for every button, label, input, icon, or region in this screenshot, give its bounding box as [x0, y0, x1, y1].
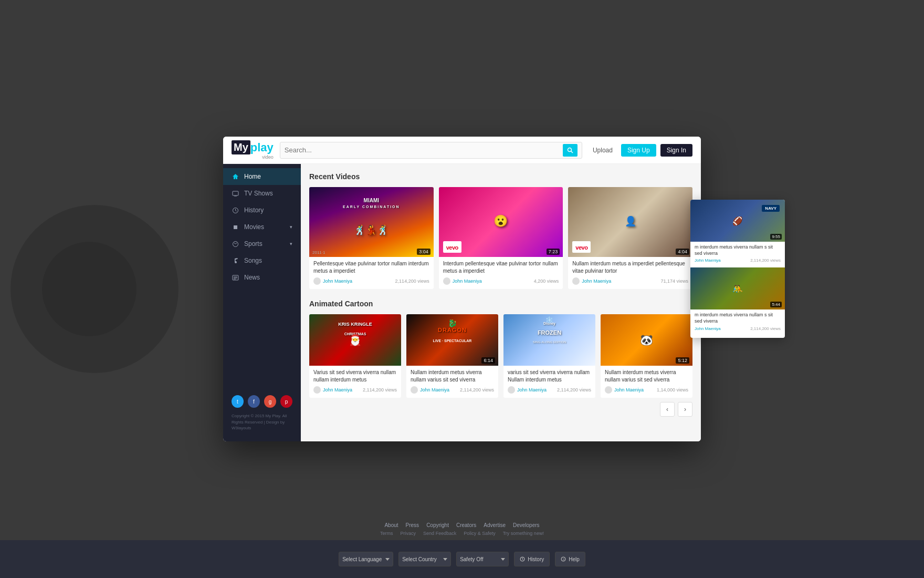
svg-text:?: ?: [563, 558, 565, 561]
video-meta-rv3: John Maeniya 71,174 views: [572, 277, 688, 285]
video-info-ac3: varius sit sed viverra viverra nullam Nu…: [503, 366, 595, 398]
thumb-subtext-ac2: LIVE · SPECTACULAR: [433, 339, 472, 343]
video-duration-rv1: 3:04: [417, 249, 430, 255]
pinterest-icon[interactable]: p: [280, 395, 292, 408]
thumb-text-ac3: FROZEN: [538, 329, 561, 336]
author-name-ac3[interactable]: John Maeniya: [517, 387, 547, 393]
sidebar-item-home[interactable]: Home: [223, 168, 301, 185]
sidebar-item-movies[interactable]: Movies ▾: [223, 219, 301, 235]
footer-link-new[interactable]: Try something new!: [503, 531, 544, 536]
video-card-rv1[interactable]: MIAMIEARLY COMBINATION 🕺💃🕺 2011·1 3:04 P…: [309, 187, 434, 289]
view-count-rv2: 4,200 views: [534, 278, 559, 284]
carousel-next-button[interactable]: ›: [678, 402, 692, 417]
sidebar-item-news-label: News: [244, 274, 260, 281]
songs-icon: [232, 257, 239, 264]
view-count-ac3: 2,114,200 views: [557, 387, 591, 393]
author-name-ac4[interactable]: John Maeniya: [614, 387, 644, 393]
search-button[interactable]: [563, 144, 578, 157]
video-card-ac4[interactable]: 🐼 5:12 Nullam interdum metus viverra nul…: [601, 314, 692, 398]
googleplus-icon[interactable]: g: [264, 395, 276, 408]
peek-thumb-2: 🤼 5:44: [690, 267, 785, 309]
peek-title-2: m interdum metus viverra nullam s sit se…: [695, 312, 781, 324]
footer-link-policy[interactable]: Policy & Safety: [464, 531, 496, 536]
header-actions: Upload Sign Up Sign In: [589, 144, 692, 157]
author-name-rv2[interactable]: John Maeniya: [453, 278, 482, 284]
carousel-prev-button[interactable]: ‹: [660, 402, 675, 417]
peek-title-1: m interdum metus viverra nullam s sit se…: [695, 244, 781, 256]
peek-duration-1: 9:55: [770, 234, 782, 240]
video-info-ac1: Varius sit sed viverra viverra nullam nu…: [309, 366, 401, 398]
video-title-rv1: Pellentesque vitae pulvinar tortor nulla…: [313, 260, 429, 275]
sidebar-item-news[interactable]: News: [223, 269, 301, 286]
sidebar-item-tvshows[interactable]: TV Shows: [223, 185, 301, 202]
peek-author-1[interactable]: John Maeniya: [695, 258, 721, 263]
thumb-icon-ac4: 🐼: [640, 334, 653, 346]
sidebar-item-tvshows-label: TV Shows: [244, 190, 273, 197]
video-thumb-ac1: KRIS KRINGLE CHRISTMAS 🎅: [309, 314, 401, 366]
peek-info-1: m interdum metus viverra nullam s sit se…: [690, 242, 785, 265]
video-card-ac2[interactable]: DRAGON LIVE · SPECTACULAR 🐉 6:14 Nullam …: [406, 314, 498, 398]
author-name-rv1[interactable]: John Maeniya: [323, 278, 352, 284]
video-duration-rv2: 7:23: [547, 249, 560, 255]
footer-link-terms[interactable]: Terms: [380, 531, 393, 536]
sidebar-item-movies-label: Movies: [244, 223, 264, 231]
view-count-ac1: 2,114,200 views: [363, 387, 397, 393]
footer-links-row2: Terms Privacy Send Feedback Policy & Saf…: [380, 531, 544, 536]
footer-link-advertise[interactable]: Advertise: [484, 522, 506, 528]
video-author-ac4: John Maeniya: [605, 386, 644, 394]
thumb-date-rv1: 2011·1: [312, 250, 325, 255]
footer-link-privacy[interactable]: Privacy: [401, 531, 416, 536]
upload-button[interactable]: Upload: [589, 145, 617, 156]
sidebar-item-songs[interactable]: Songs: [223, 252, 301, 269]
svg-rect-7: [237, 225, 238, 229]
footer-link-about[interactable]: About: [384, 522, 398, 528]
footer-link-developers[interactable]: Developers: [513, 522, 540, 528]
peek-info-2: m interdum metus viverra nullam s sit se…: [690, 309, 785, 333]
twitter-icon[interactable]: t: [232, 395, 244, 408]
select-country[interactable]: Select Country USA UK Canada: [398, 552, 451, 566]
author-avatar-ac3: [508, 386, 515, 394]
author-avatar-rv3: [572, 277, 580, 285]
video-card-rv3[interactable]: 👤 vevo 4:04 Nullam interdum metus a impe…: [568, 187, 692, 289]
video-card-ac1[interactable]: KRIS KRINGLE CHRISTMAS 🎅 Varius sit sed …: [309, 314, 401, 398]
peek-card-1[interactable]: 🏈 NAVY 9:55 m interdum metus viverra nul…: [690, 200, 785, 265]
sidebar-item-sports[interactable]: Sports ▾: [223, 235, 301, 252]
select-language[interactable]: Select Language English Spanish French: [339, 552, 393, 566]
footer-link-feedback[interactable]: Send Feedback: [423, 531, 456, 536]
header: My play video Upload Sign Up Sign In: [223, 137, 701, 164]
author-name-ac1[interactable]: John Maeniya: [323, 387, 352, 393]
peek-author-2[interactable]: John Maeniya: [695, 326, 721, 331]
footer-link-press[interactable]: Press: [406, 522, 419, 528]
footer-history-label: History: [528, 556, 544, 562]
sidebar: Home TV Shows: [223, 164, 301, 441]
thumb-figures-rv1: 🕺💃🕺: [309, 224, 434, 236]
author-name-ac2[interactable]: John Maeniya: [420, 387, 449, 393]
svg-rect-2: [233, 191, 238, 195]
facebook-icon[interactable]: f: [248, 395, 260, 408]
video-title-ac2: Nullam interdum metus viverra nullam var…: [411, 369, 494, 384]
video-info-rv3: Nullam interdum metus a imperdiet pellen…: [568, 257, 692, 289]
thumb-subtext-ac3: SING-ALONG EDITION: [533, 340, 566, 344]
peek-icon-1: 🏈: [732, 216, 743, 226]
signin-button[interactable]: Sign In: [660, 144, 692, 157]
peek-card-2[interactable]: 🤼 5:44 m interdum metus viverra nullam s…: [690, 267, 785, 333]
footer-history-button[interactable]: History: [514, 552, 550, 566]
signup-button[interactable]: Sign Up: [621, 144, 656, 157]
peek-icon-2: 🤼: [732, 284, 743, 294]
video-card-ac3[interactable]: Disney FROZEN SING-ALONG EDITION ❄️ vari…: [503, 314, 595, 398]
carousel-controls: ‹ ›: [309, 402, 692, 417]
video-thumb-ac2: DRAGON LIVE · SPECTACULAR 🐉 6:14: [406, 314, 498, 366]
footer-link-creators[interactable]: Creators: [456, 522, 476, 528]
search-input[interactable]: [285, 146, 563, 154]
video-card-rv2[interactable]: 😮 vevo 7:23 Interdum pellentesque vitae …: [439, 187, 563, 289]
footer-help-button[interactable]: ? Help: [555, 552, 585, 566]
sidebar-item-history[interactable]: History: [223, 202, 301, 219]
peek-thumb-1: 🏈 NAVY 9:55: [690, 200, 785, 242]
main-content: Recent Videos MIAMIEARLY COMBINATION 🕺💃🕺…: [301, 164, 701, 441]
select-safety[interactable]: Safety Off Safety On: [456, 552, 509, 566]
sports-dropdown-arrow: ▾: [290, 241, 292, 246]
author-name-rv3[interactable]: John Maeniya: [582, 278, 611, 284]
footer-link-copyright[interactable]: Copyright: [426, 522, 449, 528]
sidebar-social: t f g p: [223, 389, 301, 411]
news-icon: [232, 274, 239, 281]
